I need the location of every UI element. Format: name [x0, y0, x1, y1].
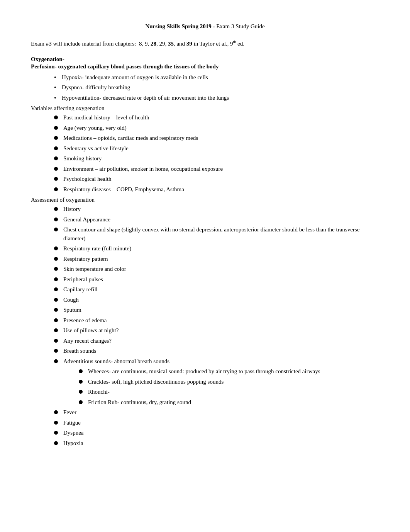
list-item: Hypoxia- inadequate amount of oxygen is …	[54, 73, 379, 82]
list-item: Fever	[54, 408, 379, 417]
variables-heading: Variables affecting oxygenation	[31, 105, 379, 112]
list-item: Sedentary vs active lifestyle	[54, 144, 379, 153]
list-item: Crackles- soft, high pitched discontinuo…	[79, 377, 379, 386]
list-item: Wheezes- are continuous, musical sound: …	[79, 367, 379, 376]
list-item: Hypoventilation- decreased rate or depth…	[54, 93, 379, 102]
list-item: Dyspnea	[54, 428, 379, 437]
list-item: Breath sounds	[54, 347, 379, 355]
list-item: Presence of edema	[54, 316, 379, 325]
list-item: Medications – opioids, cardiac meds and …	[54, 134, 379, 143]
page-title: Nursing Skills Spring 2019 - Exam 3 Stud…	[31, 23, 379, 30]
list-item: Chest contour and shape (slightly convex…	[54, 225, 379, 243]
list-item: Sputum	[54, 306, 379, 314]
adventitious-item: Adventitious sounds- abnormal breath sou…	[54, 357, 379, 407]
list-item: Hypoxia	[54, 439, 379, 448]
list-item: Environment – air pollution, smoker in h…	[54, 165, 379, 173]
assessment-heading: Assessment of oxygenation	[31, 197, 379, 203]
list-item: Respiratory pattern	[54, 255, 379, 263]
list-item: Friction Rub- continuous, dry, grating s…	[79, 398, 379, 407]
list-item: Use of pillows at night?	[54, 326, 379, 335]
list-item: Rhonchi-	[79, 388, 379, 396]
list-item: Skin temperature and color	[54, 265, 379, 274]
perfusion-list: Hypoxia- inadequate amount of oxygen is …	[54, 73, 379, 102]
assessment-section: Assessment of oxygenation History Genera…	[31, 197, 379, 447]
variables-section: Variables affecting oxygenation Past med…	[31, 105, 379, 194]
intro-line: Exam #3 will include material from chapt…	[31, 39, 379, 48]
title-bold: Nursing Skills Spring 2019 -	[145, 23, 215, 29]
list-item: Past medical history – level of health	[54, 113, 379, 122]
oxygenation-section: Oxygenation- Perfusion- oxygenated capil…	[31, 56, 379, 102]
list-item: Any recent changes?	[54, 337, 379, 345]
title-normal: Exam 3 Study Guide	[215, 23, 264, 29]
list-item: Peripheral pulses	[54, 275, 379, 284]
list-item: Fatigue	[54, 418, 379, 427]
list-item: Smoking history	[54, 154, 379, 163]
variables-list: Past medical history – level of health A…	[54, 113, 379, 194]
list-item: Dyspnea- difficulty breathing	[54, 83, 379, 92]
perfusion-heading: Perfusion- oxygenated capillary blood pa…	[31, 63, 379, 70]
assessment-list: History General Appearance Chest contour…	[54, 205, 379, 447]
list-item: General Appearance	[54, 215, 379, 224]
list-item: History	[54, 205, 379, 214]
list-item: Respiratory diseases – COPD, Emphysema, …	[54, 185, 379, 194]
adventitious-sub-list: Wheezes- are continuous, musical sound: …	[79, 367, 379, 406]
list-item: Age (very young, very old)	[54, 124, 379, 133]
list-item: Cough	[54, 296, 379, 304]
list-item: Capillary refill	[54, 285, 379, 294]
oxygenation-heading: Oxygenation-	[31, 56, 379, 63]
list-item: Psychological health	[54, 175, 379, 184]
list-item: Respiratory rate (full minute)	[54, 244, 379, 253]
